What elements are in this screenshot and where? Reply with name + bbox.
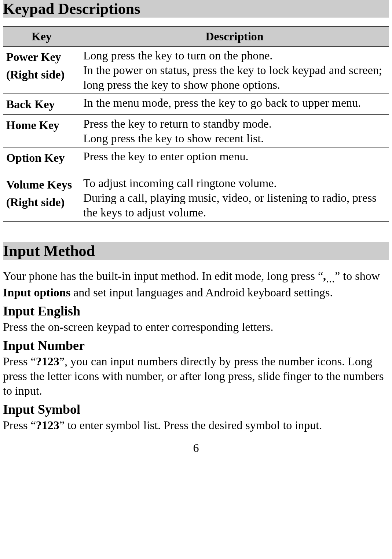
text-bold: Input options — [3, 286, 70, 299]
heading-keypad-descriptions: Keypad Descriptions — [3, 0, 389, 18]
table-row: Home Key Press the key to return to stan… — [3, 115, 389, 147]
desc-cell: Press the key to return to standby mode.… — [80, 115, 389, 147]
text-segment: Press “ — [3, 419, 36, 432]
desc-cell: Long press the key to turn on the phone.… — [80, 47, 389, 94]
table-row: Power Key (Right side) Long press the ke… — [3, 47, 389, 94]
key-cell: Home Key — [3, 115, 80, 147]
page-number: 6 — [3, 441, 389, 455]
table-row: Option Key Press the key to enter option… — [3, 147, 389, 174]
paragraph-input-symbol: Press “?123” to enter symbol list. Press… — [3, 418, 389, 432]
paragraph-input-method: Your phone has the built-in input method… — [3, 268, 389, 300]
text-segment: ” to enter symbol list. Press the desire… — [59, 419, 322, 432]
key-cell: Option Key — [3, 147, 80, 174]
table-row: Back Key In the menu mode, press the key… — [3, 94, 389, 115]
text-segment: Your phone has the built-in input method… — [3, 269, 323, 282]
paragraph-input-number: Press “?123”, you can input numbers dire… — [3, 354, 389, 398]
text-segment: and set input languages and Android keyb… — [70, 286, 333, 299]
table-row: Volume Keys (Right side) To adjust incom… — [3, 174, 389, 222]
text-segment: ” to show — [335, 269, 380, 282]
heading-input-method: Input Method — [3, 242, 389, 260]
text-segment: Press “ — [3, 355, 36, 368]
text-segment: ”, you can input numbers directly by pre… — [3, 355, 384, 397]
table-header-description: Description — [80, 27, 389, 47]
paragraph-input-english: Press the on-screen keypad to enter corr… — [3, 319, 389, 334]
key-cell: Power Key (Right side) — [3, 47, 80, 94]
text-bold: , — [323, 269, 326, 282]
text-sub: … — [326, 275, 335, 284]
heading-input-english: Input English — [3, 303, 389, 319]
desc-cell: Press the key to enter option menu. — [80, 147, 389, 174]
key-cell: Volume Keys (Right side) — [3, 174, 80, 222]
desc-cell: In the menu mode, press the key to go ba… — [80, 94, 389, 115]
key-cell: Back Key — [3, 94, 80, 115]
text-bold: ?123 — [36, 355, 59, 368]
desc-cell: To adjust incoming call ringtone volume.… — [80, 174, 389, 222]
heading-input-number: Input Number — [3, 338, 389, 353]
table-header-key: Key — [3, 27, 80, 47]
keypad-table: Key Description Power Key (Right side) L… — [3, 26, 389, 222]
text-bold: ?123 — [36, 419, 59, 432]
heading-input-symbol: Input Symbol — [3, 402, 389, 417]
